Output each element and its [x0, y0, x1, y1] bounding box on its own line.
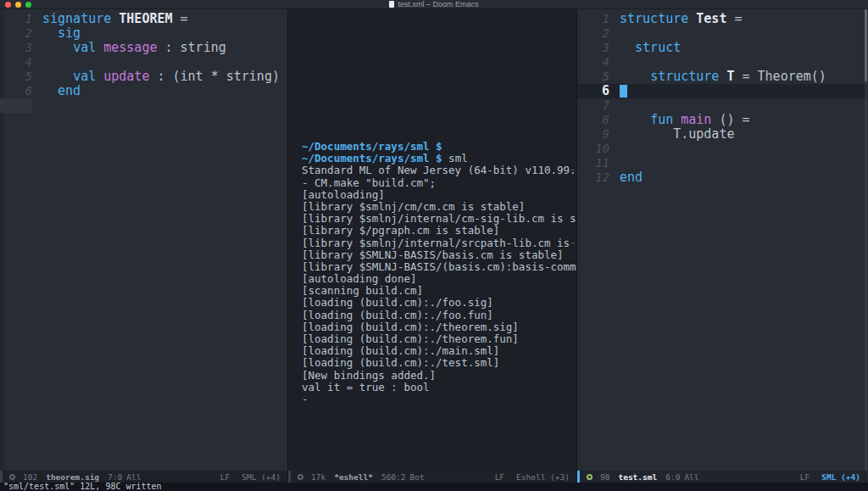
code-line[interactable]: 7 [577, 98, 867, 113]
terminal-line[interactable]: [scanning build.cm] [292, 285, 576, 297]
code-line[interactable]: 3 struct [577, 41, 867, 55]
line-text: [library $smlnj/internal/srcpath-lib.cm … [292, 237, 576, 249]
line-number: 4 [577, 55, 609, 70]
terminal-line[interactable]: [New bindings added.] [292, 370, 576, 382]
terminal-line[interactable]: [loading (build.cm):./theorem.fun] [292, 333, 576, 345]
line-number: 2 [0, 26, 32, 41]
code-line[interactable]: 3 val message : string [0, 41, 287, 55]
scrollbar[interactable] [865, 9, 867, 471]
line-number: 9 [577, 127, 609, 142]
cursor-position: 6:0 [665, 472, 680, 482]
line-number: 8 [577, 113, 609, 127]
test-sml-buffer[interactable]: 1structure Test =23 struct45 structure T… [577, 9, 867, 471]
code-line[interactable] [0, 98, 287, 113]
code-line[interactable]: 5 structure T = Theorem() [577, 70, 867, 84]
code-line[interactable]: 6 [577, 84, 867, 98]
terminal-line[interactable]: [loading (build.cm):./theorem.sig] [292, 321, 576, 333]
line-text: end [609, 170, 643, 185]
code-line[interactable]: 1structure Test = [577, 12, 867, 26]
terminal-line[interactable]: ~/Documents/rays/sml $ sml [292, 153, 576, 165]
line-text [609, 156, 620, 170]
buffer-name: theorem.sig [46, 472, 99, 482]
terminal-line[interactable]: [autoloading] [292, 189, 576, 201]
line-number: 4 [0, 55, 32, 70]
line-number: 5 [0, 70, 32, 84]
terminal-line[interactable]: [library $SMLNJ-BASIS/basis.cm is stable… [292, 249, 576, 261]
code-line[interactable]: 10 [577, 142, 867, 156]
terminal-line[interactable]: [library $/pgraph.cm is stable] [292, 225, 576, 237]
line-number: 6 [577, 84, 609, 98]
terminal-line[interactable]: - CM.make "build.cm"; [292, 177, 576, 189]
buffer-name: test.sml [618, 472, 657, 482]
terminal-line[interactable]: [loading (build.cm):./foo.fun] [292, 310, 576, 321]
echo-area: "sml/test.sml" 12L, 98C written [0, 483, 868, 491]
line-text: Standard ML of New Jersey (64-bit) v110.… [292, 164, 576, 176]
window-theorem-sig: 1signature THEOREM =2 sig3 val message :… [0, 9, 288, 483]
terminal-line[interactable]: [library $smlnj/internal/srcpath-lib.cm … [292, 237, 576, 249]
terminal-line[interactable]: [library $smlnj/internal/cm-sig-lib.cm i… [292, 213, 576, 225]
code-line[interactable]: 11 [577, 156, 867, 170]
terminal-line[interactable]: [library $SMLNJ-BASIS/(basis.cm):basis-c… [292, 261, 576, 273]
code-line[interactable]: 12end [577, 170, 867, 185]
terminal-line[interactable]: [loading (build.cm):./test.sml] [292, 357, 576, 369]
terminal-line[interactable]: - [292, 393, 576, 405]
line-text: [loading (build.cm):./theorem.fun] [292, 332, 519, 345]
truncation-arrow-icon: → [570, 238, 575, 248]
line-text: T.update [609, 127, 734, 142]
code-line[interactable]: 9 T.update [577, 127, 867, 142]
major-mode: SML (+4) [821, 472, 860, 482]
code-line[interactable]: 2 sig [0, 26, 287, 41]
modeline-bar [288, 471, 291, 483]
eshell-buffer[interactable]: ~/Documents/rays/sml $~/Documents/rays/s… [288, 9, 576, 471]
text-cursor [620, 85, 627, 98]
editor-frame: 1signature THEOREM =2 sig3 val message :… [0, 9, 868, 483]
major-mode: Eshell (+3) [516, 472, 570, 482]
code-line[interactable]: 1signature THEOREM = [0, 12, 287, 26]
theorem-sig-buffer[interactable]: 1signature THEOREM =2 sig3 val message :… [0, 9, 287, 471]
line-text: val update : (int * string) l [32, 70, 287, 84]
modeline-bar [577, 471, 580, 483]
line-text: struct [609, 41, 681, 55]
terminal-line[interactable]: val it = true : bool [292, 382, 576, 393]
code-line[interactable]: 5 val update : (int * string) l [0, 70, 287, 84]
truncation-arrow-icon: → [570, 165, 575, 176]
line-text: [library $/pgraph.cm is stable] [292, 224, 499, 237]
code-line[interactable]: 6 end [0, 84, 287, 98]
buffer-size: 102 [23, 472, 37, 482]
terminal-line[interactable]: [autoloading done] [292, 273, 576, 285]
window-title: test.sml – Doom Emacs [0, 0, 868, 9]
code-line[interactable]: 8 fun main () = [577, 113, 867, 127]
line-text: [loading (build.cm):./test.sml] [292, 356, 499, 369]
buffer-name: *eshell* [334, 472, 373, 482]
line-text: [loading (build.cm):./foo.fun] [292, 309, 493, 321]
line-text: ~/Documents/rays/sml $ [292, 140, 442, 153]
terminal-line[interactable]: [loading (build.cm):./foo.sig] [292, 297, 576, 309]
terminal-line[interactable]: Standard ML of New Jersey (64-bit) v110.… [292, 165, 576, 176]
terminal-line[interactable]: ~/Documents/rays/sml $ [292, 141, 576, 153]
terminal-line[interactable]: [library $smlnj/cm/cm.cm is stable] [292, 201, 576, 213]
line-number: 6 [0, 84, 32, 98]
window-eshell: ~/Documents/rays/sml $~/Documents/rays/s… [288, 9, 577, 483]
terminal-line[interactable]: [loading (build.cm):./main.sml] [292, 345, 576, 357]
document-icon [389, 1, 394, 8]
line-text: [loading (build.cm):./main.sml] [292, 344, 499, 357]
line-text [609, 26, 620, 41]
line-number: 2 [577, 26, 609, 41]
line-text: val message : string [32, 41, 226, 55]
code-line[interactable]: 2 [577, 26, 867, 41]
line-text: structure Test = [609, 12, 743, 26]
window-test-sml: 1structure Test =23 struct45 structure T… [577, 9, 867, 483]
line-text: end [32, 84, 81, 98]
code-line[interactable]: 4 [0, 55, 287, 70]
scroll-indicator: All [684, 472, 698, 482]
line-text [32, 98, 42, 113]
line-number: 7 [577, 98, 609, 113]
line-number: 12 [577, 170, 609, 185]
scrollbar-thumb[interactable] [865, 9, 867, 81]
code-line[interactable]: 4 [577, 55, 867, 70]
line-text: [loading (build.cm):./theorem.sig] [292, 321, 519, 333]
line-text: [library $smlnj/cm/cm.cm is stable] [292, 200, 525, 213]
line-number: 3 [577, 41, 609, 55]
line-text: structure T = Theorem() [609, 70, 826, 84]
modeline-eshell: 17k *eshell* 560:2 Bot LF Eshell (+3) [288, 471, 576, 483]
